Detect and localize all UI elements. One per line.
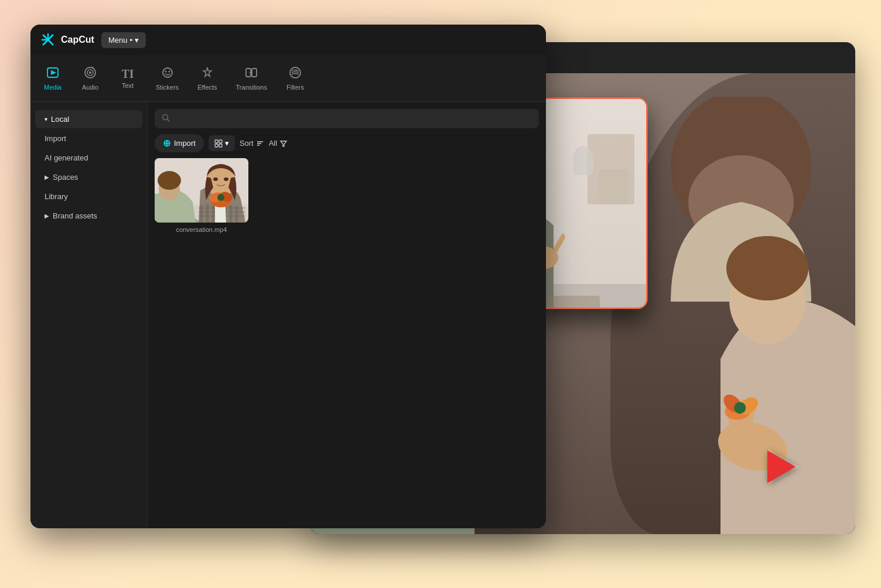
sort-button[interactable]: Sort — [240, 139, 264, 148]
svg-point-33 — [89, 71, 91, 74]
sort-icon — [256, 139, 264, 148]
text-icon: TI — [121, 68, 134, 80]
svg-point-57 — [213, 177, 218, 181]
filter-icon — [279, 139, 288, 148]
transitions-icon — [245, 66, 258, 81]
sidebar-item-ai-generated[interactable]: AI generated — [35, 149, 142, 167]
media-controls: ⊕ Import ▾ Sort — [155, 134, 539, 152]
sidebar-brand-label: Brand assets — [53, 211, 97, 220]
sidebar-item-local[interactable]: ▾ Local — [35, 110, 142, 128]
toolbar-item-filters[interactable]: Filters — [278, 61, 313, 95]
transitions-label: Transitions — [236, 84, 267, 91]
app-name: CapCut — [61, 35, 94, 45]
sidebar-local-label: Local — [51, 115, 69, 124]
svg-rect-39 — [252, 69, 257, 77]
svg-point-58 — [224, 177, 228, 181]
media-label: Media — [44, 84, 62, 91]
brand-arrow: ▶ — [45, 213, 49, 219]
toolbar-item-stickers[interactable]: Stickers — [148, 61, 187, 95]
search-bar[interactable] — [155, 109, 539, 128]
view-dropdown-icon: ▾ — [225, 139, 229, 148]
media-icon — [46, 66, 59, 81]
content-area: ▾ Local Import AI generated ▶ Spaces Lib… — [30, 102, 546, 528]
import-label: Import — [174, 139, 196, 148]
search-input[interactable] — [175, 114, 532, 123]
import-button[interactable]: ⊕ Import — [155, 134, 204, 152]
svg-point-55 — [158, 171, 181, 190]
toolbar: Media Audio TI Text — [30, 55, 546, 102]
sidebar-item-brand-assets[interactable]: ▶ Brand assets — [35, 207, 142, 225]
audio-label: Audio — [82, 84, 98, 91]
sort-label: Sort — [240, 139, 254, 148]
svg-rect-44 — [219, 140, 222, 143]
filters-icon — [289, 66, 302, 81]
menu-dot: • — [129, 36, 132, 45]
sidebar-item-import[interactable]: Import — [35, 129, 142, 148]
svg-marker-50 — [281, 141, 286, 146]
app-header: CapCut Menu • ▾ — [30, 25, 546, 55]
toolbar-item-transitions[interactable]: Transitions — [228, 61, 275, 95]
sidebar-item-library[interactable]: Library — [35, 187, 142, 206]
toolbar-item-text[interactable]: TI Text — [110, 63, 145, 94]
all-label: All — [269, 139, 277, 148]
sidebar: ▾ Local Import AI generated ▶ Spaces Lib… — [30, 102, 148, 528]
filters-label: Filters — [286, 84, 304, 91]
sidebar-item-spaces[interactable]: ▶ Spaces — [35, 168, 142, 186]
sidebar-ai-label: AI generated — [45, 153, 88, 162]
menu-label: Menu — [108, 36, 128, 45]
svg-point-35 — [163, 68, 172, 77]
media-grid: conversation.mp4 — [155, 158, 539, 521]
filter-button[interactable]: All — [269, 139, 288, 148]
svg-point-36 — [165, 70, 166, 72]
view-toggle-button[interactable]: ▾ — [209, 135, 235, 151]
play-cursor-container — [767, 450, 795, 483]
svg-line-42 — [168, 119, 170, 122]
stickers-label: Stickers — [156, 84, 179, 91]
local-arrow: ▾ — [45, 116, 47, 122]
text-label: Text — [122, 82, 134, 89]
spaces-arrow: ▶ — [45, 174, 49, 180]
app-logo: CapCut — [40, 32, 94, 48]
svg-point-62 — [217, 194, 224, 201]
toolbar-item-audio[interactable]: Audio — [73, 61, 108, 95]
svg-rect-46 — [219, 144, 222, 147]
thumbnail-svg — [155, 158, 248, 223]
search-icon — [162, 114, 170, 124]
grid-icon — [214, 139, 223, 148]
effects-label: Effects — [197, 84, 217, 91]
media-thumbnail — [155, 158, 248, 223]
media-item[interactable]: conversation.mp4 — [155, 158, 248, 233]
sidebar-library-label: Library — [45, 192, 68, 201]
sidebar-spaces-label: Spaces — [53, 173, 78, 182]
sidebar-import-label: Import — [45, 134, 66, 143]
toolbar-item-media[interactable]: Media — [35, 61, 70, 95]
stickers-icon — [161, 66, 174, 81]
media-filename: conversation.mp4 — [155, 226, 248, 233]
svg-rect-43 — [215, 140, 218, 143]
menu-button[interactable]: Menu • ▾ — [101, 32, 146, 48]
svg-line-34 — [93, 67, 94, 69]
svg-rect-45 — [215, 144, 218, 147]
capcut-logo-icon — [40, 32, 56, 48]
svg-marker-30 — [51, 70, 56, 75]
effects-icon — [201, 66, 214, 81]
import-plus-icon: ⊕ — [163, 138, 170, 149]
main-window: CapCut Menu • ▾ Media — [30, 25, 546, 528]
svg-point-37 — [168, 70, 170, 72]
audio-icon — [84, 66, 97, 81]
media-panel: ⊕ Import ▾ Sort — [148, 102, 546, 528]
menu-dropdown-icon: ▾ — [135, 36, 139, 45]
toolbar-item-effects[interactable]: Effects — [189, 61, 225, 95]
svg-point-5 — [726, 236, 808, 300]
svg-point-40 — [290, 67, 301, 78]
